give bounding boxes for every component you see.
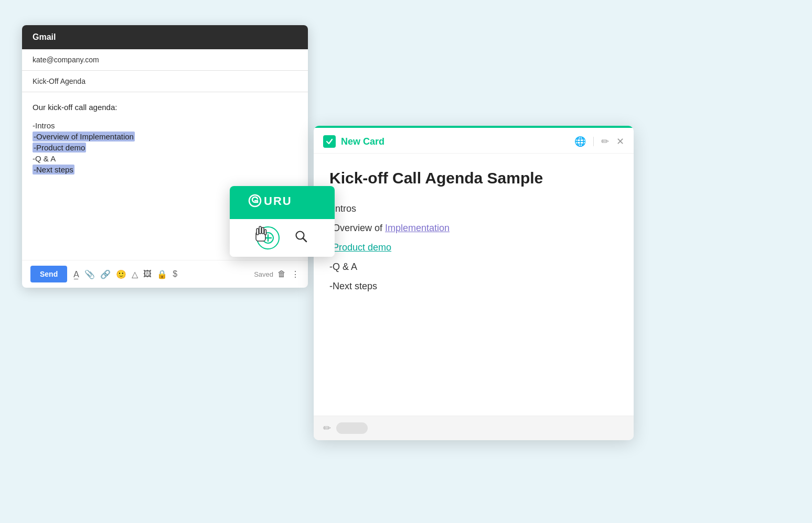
list-item-label: -Q & A <box>33 154 56 163</box>
list-item: -Next steps <box>329 279 618 293</box>
emoji-icon[interactable]: 🙂 <box>116 269 126 279</box>
card-content-title: Kick-off Call Agenda Sample <box>329 169 618 187</box>
gmail-subject-field[interactable]: Kick-Off Agenda <box>22 71 308 92</box>
gmail-to-value: kate@company.com <box>33 56 99 64</box>
card-header: New Card 🌐 ✏ ✕ <box>314 128 634 154</box>
search-icon[interactable] <box>294 230 308 246</box>
guru-add-button[interactable] <box>257 226 280 249</box>
list-item-label: -Q & A <box>329 262 357 272</box>
header-divider <box>593 137 594 146</box>
implementation-link[interactable]: Implementation <box>385 223 450 233</box>
card-content-list: -Intros -Overview of Implementation -Pro… <box>329 202 618 293</box>
tag-icon: ✏ <box>323 422 331 434</box>
list-item-label: -Product demo <box>33 143 86 152</box>
gmail-subject-value: Kick-Off Agenda <box>33 77 86 85</box>
search-svg <box>294 230 308 243</box>
more-icon[interactable]: ⋮ <box>291 269 300 279</box>
delete-icon[interactable]: 🗑 <box>277 269 286 279</box>
saved-label: Saved <box>254 270 273 278</box>
globe-icon[interactable]: 🌐 <box>574 136 586 147</box>
list-item-label: -Next steps <box>329 281 377 291</box>
drive-icon[interactable]: △ <box>132 269 138 279</box>
list-item: -Overview of Implementation <box>329 221 618 235</box>
format-text-icon[interactable]: A̲ <box>73 269 79 279</box>
guru-logo: URU <box>248 192 316 213</box>
list-item-label: -Overview of Implementation <box>33 132 135 141</box>
card-header-icons: 🌐 ✏ ✕ <box>574 136 624 147</box>
edit-icon[interactable]: ✏ <box>601 136 609 147</box>
guru-logo-bar: URU <box>230 186 335 219</box>
list-item: -Product demo <box>329 241 618 255</box>
guru-popup: URU <box>230 186 335 257</box>
list-item-label: -Overview of <box>329 223 385 233</box>
gmail-body-intro: Our kick-off call agenda: <box>33 103 297 112</box>
product-demo-link[interactable]: Product demo <box>333 242 391 253</box>
close-icon[interactable]: ✕ <box>616 136 624 147</box>
list-item: -Intros <box>329 202 618 216</box>
card-footer: ✏ <box>314 416 634 440</box>
guru-actions <box>230 219 335 257</box>
toolbar-icons: A̲ 📎 🔗 🙂 △ 🖼 🔒 $ <box>73 269 177 279</box>
list-item: -Product demo <box>33 143 297 152</box>
footer-right-icons: 🗑 ⋮ <box>277 269 300 279</box>
card-check-icon <box>323 135 336 148</box>
photo-icon[interactable]: 🖼 <box>143 269 152 279</box>
new-card-panel: New Card 🌐 ✏ ✕ Kick-off Call Agenda Samp… <box>314 126 634 440</box>
check-svg <box>326 138 333 145</box>
card-title: New Card <box>341 136 569 147</box>
gmail-list: -Intros -Overview of Implementation -Pro… <box>33 121 297 174</box>
list-item-label: -Intros <box>33 121 55 130</box>
card-content: Kick-off Call Agenda Sample -Intros -Ove… <box>314 154 634 416</box>
gmail-to-field[interactable]: kate@company.com <box>22 49 308 71</box>
gmail-footer: Send A̲ 📎 🔗 🙂 △ 🖼 🔒 $ Saved 🗑 ⋮ <box>22 260 308 288</box>
list-item: -Overview of Implementation <box>33 132 297 141</box>
guru-logo-svg: URU <box>248 192 316 209</box>
svg-text:URU: URU <box>264 194 292 208</box>
list-item: -Q & A <box>329 260 618 274</box>
lock-icon[interactable]: 🔒 <box>157 269 167 279</box>
gmail-header: Gmail <box>22 25 308 49</box>
dollar-icon[interactable]: $ <box>173 269 177 279</box>
card-footer-tag <box>336 422 368 434</box>
attach-icon[interactable]: 📎 <box>84 269 95 279</box>
svg-line-6 <box>303 238 307 242</box>
plus-icon <box>262 232 274 244</box>
list-item: -Q & A <box>33 154 297 163</box>
list-item-label: -Next steps <box>33 165 74 175</box>
list-item: -Next steps <box>33 165 297 174</box>
link-icon[interactable]: 🔗 <box>100 269 111 279</box>
send-button[interactable]: Send <box>30 266 67 282</box>
gmail-title: Gmail <box>33 32 56 41</box>
list-item: -Intros <box>33 121 297 130</box>
